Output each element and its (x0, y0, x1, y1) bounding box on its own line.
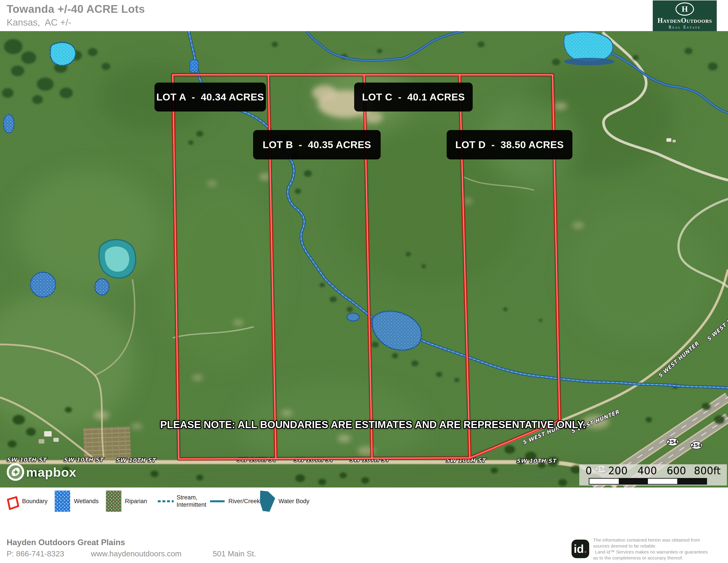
scale-tick: 400 (638, 465, 657, 477)
svg-text:254: 254 (667, 439, 678, 445)
legend-stream-line2: Intermittent (177, 501, 206, 508)
hayden-outdoors-logo: H HaydenOutdoors Real Estate (653, 0, 717, 31)
map-legend: Boundary Wetlands Riparian Stream, Inter… (0, 488, 728, 515)
wetlands-swatch-icon (55, 491, 70, 512)
footer-company: Hayden Outdoors Great Plains (7, 538, 125, 547)
scale-bar-segments (589, 478, 707, 485)
land-id-logo: id. (572, 540, 589, 558)
water-body-icon (259, 491, 275, 512)
mapbox-attribution[interactable]: mapbox (6, 463, 76, 481)
property-map-sheet: Towanda +/-40 ACRE Lots Kansas, AC +/- H… (0, 0, 728, 563)
river-creek-icon (210, 500, 225, 502)
boundary-icon (5, 493, 20, 514)
lot-b-label: LOT B - 40.35 ACRES (253, 130, 381, 159)
scale-tick: 0 (585, 465, 592, 477)
disclaimer-line: sources deemed to be reliable. (593, 543, 708, 549)
legal-disclaimer: The information contained herein was obt… (593, 537, 708, 561)
lot-c-label: LOT C - 40.1 ACRES (354, 83, 473, 111)
hayden-logo-name: HaydenOutdoors (657, 17, 712, 24)
hayden-logo-tagline: Real Estate (669, 25, 701, 30)
stream-intermittent-icon (158, 500, 174, 502)
land-id-logo-text: id (574, 542, 584, 555)
road-label-sw10th: SW 10TH ST (64, 457, 104, 463)
footer-phone: P: 866-741-8323 (7, 549, 64, 558)
disclaimer-line: Land id™ Services makes no warranties or… (593, 549, 708, 555)
mapbox-wordmark: mapbox (26, 465, 76, 480)
land-id-logo-dot: . (584, 542, 587, 555)
page-title: Towanda +/-40 ACRE Lots (7, 3, 145, 15)
scale-bar: 0 200 400 600 800ft (579, 464, 727, 486)
scale-tick: 800ft (694, 465, 720, 477)
disclaimer-line: as to the completeness or accuracy there… (593, 555, 708, 561)
hayden-h-monogram-icon: H (675, 2, 694, 16)
legend-label-wetlands: Wetlands (74, 488, 99, 515)
road-label-sw10th: SW 10TH ST (116, 457, 157, 463)
riparian-swatch-icon (106, 491, 121, 512)
disclaimer-line: The information contained herein was obt… (593, 537, 708, 543)
legend-label-stream: Stream, Intermittent (177, 488, 206, 515)
road-label-sw10th: SW 10TH ST (516, 458, 557, 464)
mapbox-logo-icon (6, 463, 25, 481)
boundary-disclaimer-banner: PLEASE NOTE: ALL BOUNDARIES ARE ESTIMATE… (154, 419, 591, 431)
footer: Hayden Outdoors Great Plains P: 866-741-… (0, 515, 728, 563)
footer-website: www.haydenoutdoors.com (91, 549, 182, 558)
page-subtitle: Kansas, AC +/- (7, 17, 71, 28)
hayden-monogram-letter: H (682, 4, 688, 14)
footer-address: 501 Main St. (213, 549, 256, 558)
svg-text:254: 254 (691, 443, 702, 448)
scale-tick: 600 (667, 465, 686, 477)
legend-label-riparian: Riparian (125, 488, 147, 515)
scale-tick: 200 (608, 465, 628, 477)
legend-label-boundary: Boundary (22, 488, 48, 515)
lot-a-label: LOT A - 40.34 ACRES (154, 83, 266, 111)
road-label-sw10th: SW 10TH ST (7, 457, 47, 463)
legend-label-river: River/Creek (228, 488, 260, 515)
legend-stream-line1: Stream, (177, 494, 198, 501)
lot-d-label: LOT D - 38.50 ACRES (447, 130, 572, 159)
legend-label-water-body: Water Body (278, 488, 309, 515)
